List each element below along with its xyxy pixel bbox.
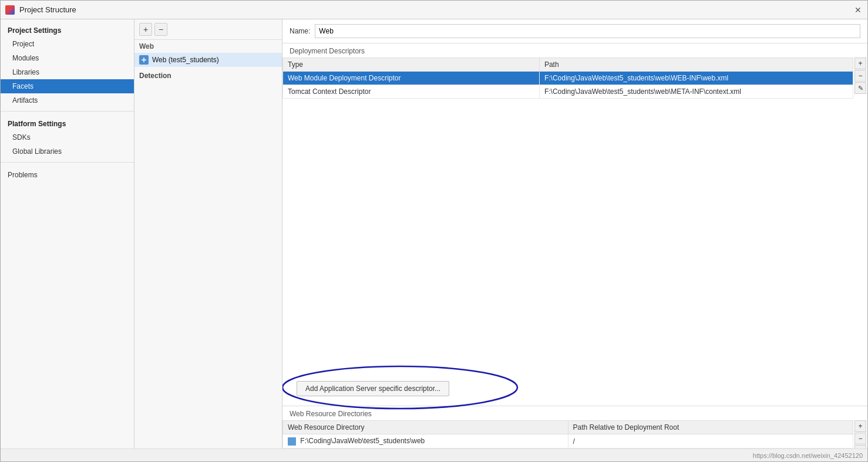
status-url: https://blog.csdn.net/weixin_42452120: [753, 452, 863, 459]
edit-resource-button[interactable]: ✎: [854, 445, 866, 448]
middle-panel: + − Web Web (test5_students) Detection: [134, 19, 282, 448]
col-path-header: Path: [539, 58, 853, 72]
deployment-table-wrapper: Type Path Web Module Deployment Descript…: [282, 58, 867, 99]
right-panel-body: Deployment Descriptors Type Path Web Mod…: [282, 43, 867, 448]
folder-icon: [288, 437, 296, 446]
table-side-buttons: + − ✎: [854, 58, 867, 94]
remove-resource-button[interactable]: −: [854, 433, 866, 444]
sidebar-item-libraries[interactable]: Libraries: [1, 65, 134, 79]
sidebar-item-problems[interactable]: Problems: [1, 166, 134, 182]
close-button[interactable]: ✕: [853, 5, 863, 15]
resource-path: /: [568, 434, 853, 448]
window-title: Project Structure: [19, 5, 853, 14]
main-content: Project Settings Project Modules Librari…: [1, 19, 867, 448]
sidebar-item-sdks[interactable]: SDKs: [1, 130, 134, 144]
resource-col-1-header: Web Resource Directory: [283, 421, 568, 434]
resource-table-wrapper: Web Resource Directory Path Relative to …: [282, 420, 867, 448]
table-row[interactable]: Web Module Deployment Descriptor F:\Codi…: [283, 72, 853, 85]
resource-col-2-header: Path Relative to Deployment Root: [568, 421, 853, 434]
sidebar: Project Settings Project Modules Librari…: [1, 19, 134, 448]
sidebar-item-modules[interactable]: Modules: [1, 51, 134, 65]
deployment-table: Type Path Web Module Deployment Descript…: [282, 58, 853, 99]
sidebar-item-facets[interactable]: Facets: [1, 79, 134, 93]
bottom-section: Web Resource Directories Web Resource Di…: [282, 406, 867, 448]
sidebar-item-project[interactable]: Project: [1, 37, 134, 51]
web-resource-label: Web Resource Directories: [282, 406, 867, 420]
right-panel: Name: Deployment Descriptors Type Path: [282, 19, 867, 448]
add-descriptor-container: Add Application Server specific descript…: [282, 372, 867, 406]
detection-label: Detection: [134, 67, 282, 82]
add-button[interactable]: +: [139, 23, 152, 36]
sidebar-divider-2: [1, 162, 134, 163]
row-type: Tomcat Context Descriptor: [283, 85, 540, 99]
resource-dir: F:\Coding\JavaWeb\test5_students\web: [283, 434, 568, 448]
middle-toolbar: + −: [134, 19, 282, 40]
platform-settings-header: Platform Settings: [1, 115, 134, 130]
name-row: Name:: [282, 19, 867, 43]
row-type: Web Module Deployment Descriptor: [283, 72, 540, 85]
resource-side-buttons: + − ✎ ?: [854, 420, 867, 448]
row-path: F:\Coding\JavaWeb\test5_students\web\WEB…: [539, 72, 853, 85]
edit-row-button[interactable]: ✎: [854, 82, 866, 94]
add-row-button[interactable]: +: [854, 58, 866, 69]
sidebar-item-global-libraries[interactable]: Global Libraries: [1, 144, 134, 159]
table-row[interactable]: Tomcat Context Descriptor F:\Coding\Java…: [283, 85, 853, 99]
app-icon: [5, 5, 15, 15]
row-path: F:\Coding\JavaWeb\test5_students\web\MET…: [539, 85, 853, 99]
sidebar-divider: [1, 111, 134, 112]
middle-item-web[interactable]: Web (test5_students): [134, 53, 282, 67]
web-icon: [139, 55, 149, 65]
middle-panel-label: Web: [134, 40, 282, 53]
project-structure-window: Project Structure ✕ Project Settings Pro…: [0, 0, 868, 462]
title-bar: Project Structure ✕: [1, 1, 867, 19]
remove-row-button[interactable]: −: [854, 70, 866, 82]
table-row[interactable]: F:\Coding\JavaWeb\test5_students\web /: [283, 434, 853, 448]
empty-space: [282, 99, 867, 372]
resource-table: Web Resource Directory Path Relative to …: [282, 420, 853, 448]
add-resource-button[interactable]: +: [854, 420, 866, 432]
name-label: Name:: [290, 27, 310, 35]
deployment-descriptors-label: Deployment Descriptors: [282, 43, 867, 58]
name-input[interactable]: [315, 24, 860, 38]
status-bar: https://blog.csdn.net/weixin_42452120: [1, 448, 867, 461]
sidebar-item-artifacts[interactable]: Artifacts: [1, 93, 134, 107]
project-settings-header: Project Settings: [1, 22, 134, 37]
remove-button[interactable]: −: [154, 23, 167, 36]
col-type-header: Type: [283, 58, 540, 72]
add-descriptor-button[interactable]: Add Application Server specific descript…: [297, 381, 449, 396]
middle-item-label: Web (test5_students): [152, 56, 219, 64]
